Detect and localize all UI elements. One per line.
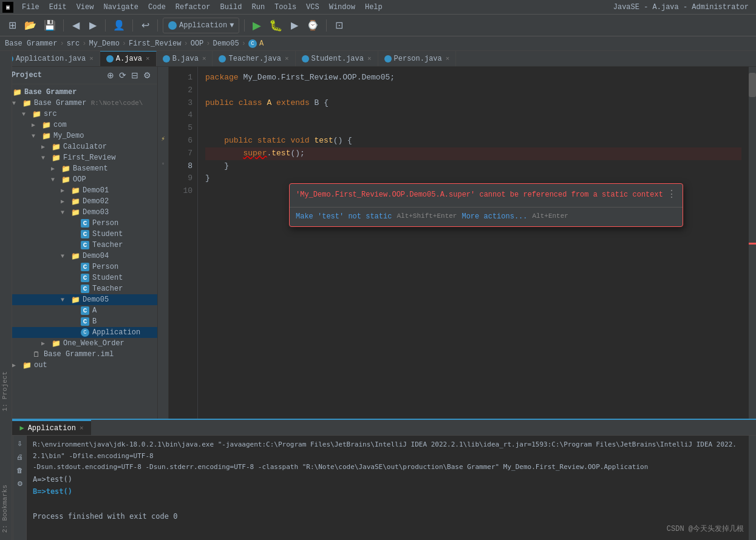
output-scrollbar[interactable] [749,436,756,540]
tree-demo02[interactable]: ▶ 📁 Demo02 [0,196,157,207]
toolbar-forward-btn[interactable]: ▶ [86,17,100,34]
folder-icon-demo01: 📁 [70,186,80,195]
sidebar-add-btn[interactable]: ⊕ [106,69,115,81]
menu-tools[interactable]: Tools [270,2,301,13]
menu-help[interactable]: Help [360,2,387,13]
tree-file-b[interactable]: C B [0,316,157,327]
menu-view[interactable]: View [72,2,99,13]
tree-base-grammer[interactable]: ▼ 📁 Base Grammer [0,87,157,98]
tree-demo04[interactable]: ▼ 📁 Demo04 [0,251,157,262]
tab-teacher-java[interactable]: Teacher.java × [213,51,295,66]
toolbar-undo-btn[interactable]: ↩ [138,17,152,34]
error-popup: 'My_Demo.First_Review.OOP.Demo05.A.super… [289,183,683,227]
tab-close-teacher[interactable]: × [285,55,289,62]
tree-student-demo03[interactable]: C Student [0,229,157,240]
right-scrollbar[interactable] [749,67,756,419]
print-button[interactable]: 🖨 [15,451,26,462]
action-more-actions[interactable]: More actions... [461,211,527,223]
tree-my-demo[interactable]: ▼ 📁 My_Demo [0,130,157,141]
tab-close-a[interactable]: × [146,55,150,62]
left-bottom-strip: 2: Bookmarks [0,419,12,540]
menu-refactor[interactable]: Refactor [171,2,216,13]
sidebar-sync-btn[interactable]: ⟳ [118,69,128,81]
tree-teacher-demo04[interactable]: C Teacher [0,283,157,294]
tree-label-demo04: Demo04 [83,252,109,260]
breadcrumb-root[interactable]: Base Grammer [5,39,57,48]
sidebar-collapse-all-btn[interactable]: ⊟ [130,69,140,81]
tree-person-demo04[interactable]: C Person [0,262,157,272]
toolbar-open-btn[interactable]: 📂 [22,17,39,34]
tree-basement[interactable]: ▶ 📁 Basement [0,163,157,174]
toolbar-sep-2 [105,19,106,32]
settings-run-button[interactable]: ⚙ [15,478,26,489]
output-line-cont: -Dsun.stdout.encoding=UTF-8 -Dsun.stderr… [33,462,743,473]
menu-window[interactable]: Window [324,2,360,13]
tree-one-week-order[interactable]: ▶ 📁 One_Week_Order [0,338,157,349]
editor-tabs: Application.java × A.java × B.java × Tea… [0,51,756,67]
tree-file-application[interactable]: C Application [0,327,157,338]
menu-code[interactable]: Code [143,2,171,13]
breadcrumb-src[interactable]: src [67,39,80,48]
run-button[interactable]: ▶ [250,17,264,34]
code-editor[interactable]: package My_Demo.First_Review.OOP.Demo05;… [198,67,749,419]
tab-close-student[interactable]: × [367,55,372,62]
breadcrumb-oop[interactable]: OOP [191,39,204,48]
tree-base-grammer-iml[interactable]: 🗒 Base Grammer.iml [0,349,157,360]
scrollbar-thumb[interactable] [749,73,756,97]
menu-file[interactable]: File [17,2,44,13]
tab-application-java[interactable]: Application.java × [0,51,100,66]
menu-vcs[interactable]: VCS [301,2,324,13]
breadcrumb-demo05[interactable]: Demo05 [213,39,239,48]
tab-close-application[interactable]: × [89,55,94,62]
tree-src[interactable]: ▼ 📁 src [0,109,157,120]
tree-demo05[interactable]: ▼ 📁 Demo05 [0,294,157,305]
tab-label-person: Person.java [394,55,442,63]
breadcrumb-file[interactable]: A [259,39,264,48]
toolbar-coverage-btn[interactable]: ▶ [287,17,302,34]
toolbar-new-btn[interactable]: ⊞ [5,17,19,34]
menu-edit[interactable]: Edit [44,2,72,13]
editor-content[interactable]: ⚡ ◦ 1 2 3 4 5 6 7 8 9 10 packa [158,67,756,419]
toolbar-user-btn[interactable]: 👤 [111,17,128,34]
sidebar-vertical-tab-bookmarks[interactable]: 2: Bookmarks [0,482,12,535]
tree-out[interactable]: ▶ 📁 out [0,360,157,371]
tree-oop[interactable]: ▼ 📁 OOP [0,174,157,185]
tree-student-demo04[interactable]: C Student [0,272,157,283]
tab-close-person[interactable]: × [446,55,450,62]
tree-person-demo03[interactable]: C Person [0,218,157,229]
bottom-tab-run[interactable]: ▶ Application × [12,420,90,435]
run-config-selector[interactable]: Application ▼ [163,18,239,33]
menu-navigate[interactable]: Navigate [98,2,143,13]
bottom-tab-close[interactable]: × [80,425,84,432]
scroll-end-button[interactable]: ⇩ [15,438,26,449]
error-more-icon[interactable]: ⋮ [667,187,676,203]
tree-com[interactable]: ▶ 📁 com [0,120,157,130]
toolbar-back-btn[interactable]: ◀ [69,17,83,34]
tree-teacher-demo03[interactable]: C Teacher [0,240,157,251]
tree-base-grammer-path[interactable]: ▼ 📁 Base Grammer R:\Note\code\ [0,98,157,109]
menu-build[interactable]: Build [215,2,247,13]
tree-label-calculator: Calculator [63,143,107,151]
toolbar-save-btn[interactable]: 💾 [41,17,58,34]
clear-button[interactable]: 🗑 [15,465,26,476]
tree-calculator[interactable]: ▶ 📁 Calculator [0,141,157,152]
tree-file-a[interactable]: C A [0,305,157,316]
tab-a-java[interactable]: A.java × [100,51,157,66]
tree-demo03[interactable]: ▼ 📁 Demo03 [0,207,157,218]
tab-close-b[interactable]: × [202,55,206,62]
toolbar-profile-btn[interactable]: ⌚ [304,17,321,34]
breadcrumb-firstreview[interactable]: First_Review [129,39,181,48]
tab-b-java[interactable]: B.java × [157,51,213,66]
breadcrumb-mydemo[interactable]: My_Demo [89,39,119,48]
sidebar-settings-btn[interactable]: ⚙ [142,69,152,81]
tab-student-java[interactable]: Student.java × [296,51,378,66]
tree-demo01[interactable]: ▶ 📁 Demo01 [0,185,157,196]
tree-first-review[interactable]: ▼ 📁 First_Review [0,152,157,163]
tab-person-java[interactable]: Person.java × [378,51,457,66]
toolbar-extra-btn[interactable]: ⊡ [332,17,346,34]
sidebar-vertical-tab-project[interactable]: 1: Project [0,369,12,414]
debug-button[interactable]: 🐛 [267,17,285,34]
code-line-3: public class A extends B { [205,97,741,110]
menu-run[interactable]: Run [247,2,270,13]
action-make-not-static[interactable]: Make 'test' not static [296,211,392,223]
